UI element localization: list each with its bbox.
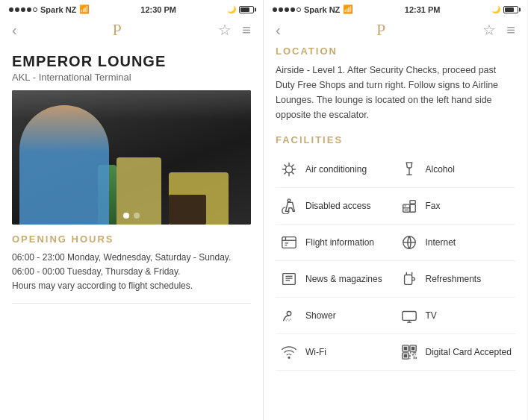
facility-label-shower: Shower: [305, 310, 336, 321]
right-content: LOCATION Airside - Level 1. After Securi…: [264, 46, 527, 420]
favorite-button-right[interactable]: ☆: [482, 21, 496, 39]
menu-button-left[interactable]: ≡: [242, 22, 251, 39]
internet-icon: [399, 232, 420, 253]
facility-news: News & magazines: [276, 261, 396, 298]
back-button-left[interactable]: ‹: [12, 22, 17, 39]
divider: [12, 303, 251, 304]
svg-rect-18: [282, 237, 296, 248]
back-button-right[interactable]: ‹: [276, 22, 281, 39]
facility-shower: Shower: [276, 298, 396, 334]
right-phone: Spark NZ 📶 12:31 PM 🌙 ‹ P ☆ ≡ LOCATION A…: [264, 0, 527, 420]
ac-icon: [279, 159, 299, 180]
opening-hours-section: OPENING HOURS 06:00 - 23:00 Monday, Wedn…: [12, 233, 251, 294]
facilities-grid: Air conditioning Alcohol: [276, 151, 515, 371]
svg-point-0: [285, 166, 292, 172]
shower-icon: [279, 305, 299, 326]
svg-line-8: [285, 172, 287, 174]
carrier-left: Spark NZ: [40, 5, 76, 14]
svg-line-6: [291, 172, 293, 174]
facility-internet: Internet: [396, 225, 516, 261]
lounge-subtitle: AKL - International Terminal: [12, 72, 251, 83]
svg-rect-29: [402, 312, 415, 321]
facility-ac: Air conditioning: [276, 151, 396, 188]
facility-label-refreshments: Refreshments: [426, 274, 482, 284]
opening-hours-title: OPENING HOURS: [12, 233, 251, 245]
opening-hours-text: 06:00 - 23:00 Monday, Wednesday, Saturda…: [12, 251, 251, 294]
left-phone: Spark NZ 📶 12:30 PM 🌙 ‹ P ☆ ≡ EMPEROR LO…: [0, 0, 264, 420]
svg-rect-13: [409, 201, 414, 204]
flight-icon: [279, 232, 299, 253]
facility-label-tv: TV: [426, 310, 437, 321]
news-icon: [279, 269, 299, 289]
time-left: 12:30 PM: [140, 5, 176, 14]
facility-label-disabled: Disabled access: [305, 201, 370, 211]
svg-rect-23: [283, 274, 296, 285]
facility-label-internet: Internet: [426, 237, 456, 248]
facility-label-flight: Flight information: [305, 237, 374, 248]
nav-bar-left: ‹ P ☆ ≡: [0, 17, 263, 46]
lounge-title: EMPEROR LOUNGE: [12, 53, 251, 70]
facility-flight: Flight information: [276, 225, 396, 261]
facility-qr: Digital Card Accepted: [396, 334, 516, 371]
wifi-icon-right: 📶: [343, 4, 353, 14]
tv-icon: [399, 305, 420, 326]
carousel-dot-1[interactable]: [123, 213, 129, 219]
svg-point-28: [287, 312, 291, 316]
wifi-icon-left: 📶: [79, 4, 90, 14]
svg-rect-17: [409, 204, 414, 212]
facility-label-ac: Air conditioning: [305, 164, 367, 175]
wifi-facility-icon: [279, 342, 299, 363]
svg-point-32: [288, 357, 290, 358]
disabled-icon: [279, 195, 299, 216]
status-bar-left: Spark NZ 📶 12:30 PM 🌙: [0, 0, 263, 17]
status-bar-right: Spark NZ 📶 12:31 PM 🌙: [264, 0, 527, 17]
logo-left: P: [112, 20, 122, 40]
facility-tv: TV: [396, 298, 516, 334]
location-text: Airside - Level 1. After Security Checks…: [276, 63, 515, 122]
svg-rect-36: [403, 347, 407, 351]
svg-rect-37: [411, 347, 414, 351]
facility-label-alcohol: Alcohol: [426, 164, 455, 175]
favorite-button-left[interactable]: ☆: [218, 21, 232, 39]
left-content: EMPEROR LOUNGE AKL - International Termi…: [0, 46, 263, 420]
moon-icon-right: 🌙: [491, 5, 500, 13]
menu-button-right[interactable]: ≡: [506, 22, 515, 39]
svg-point-11: [288, 199, 291, 202]
facility-label-fax: Fax: [426, 201, 441, 211]
svg-line-7: [291, 165, 293, 167]
location-title: LOCATION: [276, 46, 515, 57]
facility-label-qr: Digital Card Accepted: [426, 347, 512, 357]
svg-rect-38: [403, 354, 407, 358]
carousel-dot-2[interactable]: [134, 213, 140, 219]
qr-icon: [399, 342, 420, 363]
facilities-title: FACILITIES: [276, 134, 515, 145]
moon-icon: 🌙: [227, 5, 236, 13]
logo-right: P: [376, 20, 387, 40]
refreshments-icon: [399, 269, 420, 289]
facility-wifi: Wi-Fi: [276, 334, 396, 371]
facility-disabled: Disabled access: [276, 188, 396, 225]
time-right: 12:31 PM: [405, 5, 441, 14]
svg-line-5: [285, 165, 287, 167]
lounge-image: [12, 90, 251, 225]
wine-icon: [399, 159, 420, 180]
fax-icon: [399, 195, 420, 216]
facility-alcohol: Alcohol: [396, 151, 516, 188]
carrier-right: Spark NZ: [304, 5, 340, 14]
svg-rect-27: [404, 275, 411, 285]
facility-label-news: News & magazines: [305, 274, 382, 284]
facility-refreshments: Refreshments: [396, 261, 516, 298]
facility-label-wifi: Wi-Fi: [305, 347, 326, 357]
nav-bar-right: ‹ P ☆ ≡: [264, 17, 527, 46]
facility-fax: Fax: [396, 188, 516, 225]
